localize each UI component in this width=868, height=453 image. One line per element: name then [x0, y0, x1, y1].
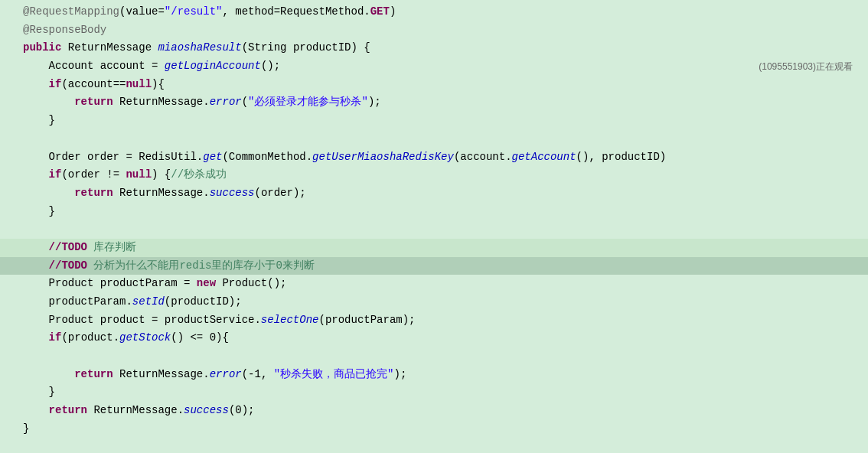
code-token: "必须登录才能参与秒杀"	[248, 94, 368, 111]
code-line	[0, 130, 868, 148]
code-token: ReturnMessage.	[113, 367, 210, 383]
code-token: error	[210, 367, 242, 383]
code-token: return	[74, 185, 113, 202]
code-token: GET	[370, 4, 390, 21]
code-token: ReturnMessage.	[87, 402, 184, 419]
code-token	[23, 402, 49, 419]
code-token: get	[203, 149, 222, 166]
code-token: public	[23, 40, 61, 57]
code-line: productParam.setId(productID);	[0, 293, 868, 311]
code-token: return	[74, 94, 113, 111]
code-token: Account account =	[23, 58, 165, 75]
code-line: }	[0, 203, 868, 221]
code-token: ){	[152, 77, 165, 93]
code-token: (product.	[61, 330, 119, 347]
code-line: Order order = RedisUtil.get(CommonMethod…	[0, 148, 868, 167]
code-token	[23, 330, 49, 347]
code-token: return	[74, 367, 113, 383]
code-editor: @RequestMapping(value="/result", method=…	[0, 0, 868, 453]
code-token: error	[210, 94, 242, 111]
code-token: (productParam);	[318, 312, 415, 329]
code-line: public ReturnMessage miaoshaResult(Strin…	[0, 39, 868, 57]
code-token: , method=RequestMethod.	[222, 4, 370, 21]
code-token: (value=	[119, 4, 165, 21]
code-token: (productID);	[165, 294, 242, 311]
code-line: return ReturnMessage.error("必须登录才能参与秒杀")…	[0, 93, 868, 112]
code-token: "秒杀失败，商品已抢完"	[274, 367, 394, 383]
code-token: null	[126, 77, 152, 93]
code-token	[23, 77, 49, 93]
code-line: @RequestMapping(value="/result", method=…	[0, 3, 868, 21]
code-line: if(order != null) {//秒杀成功	[0, 166, 868, 184]
code-token: (account==	[61, 77, 126, 93]
code-token: "/result"	[165, 4, 223, 21]
code-token: productParam.	[23, 294, 132, 311]
code-line	[0, 347, 868, 366]
code-token: (CommonMethod.	[222, 149, 312, 166]
code-token: ReturnMessage	[61, 40, 158, 57]
code-token: (account.	[454, 149, 512, 166]
code-token: getLoginAccount	[165, 58, 261, 75]
code-token: );	[368, 94, 381, 111]
code-token: selectOne	[261, 312, 319, 329]
code-token: //TODO	[49, 240, 87, 256]
code-token: 库存判断	[87, 240, 136, 256]
code-token	[23, 258, 49, 275]
code-line: return ReturnMessage.error(-1, "秒杀失败，商品已…	[0, 366, 868, 384]
code-line: //TODO 分析为什么不能用redis里的库存小于0来判断	[0, 257, 868, 275]
code-token: getUserMiaoshaRedisKey	[312, 149, 454, 166]
code-token	[23, 94, 74, 111]
code-token	[23, 367, 74, 383]
code-token: success	[210, 185, 255, 202]
code-token: ();	[261, 58, 280, 75]
code-token: (order);	[254, 185, 305, 202]
code-token: new	[197, 275, 216, 292]
code-line: Product productParam = new Product();	[0, 275, 868, 293]
code-token: if	[49, 167, 62, 184]
code-token: 分析为什么不能用redis里的库存小于0来判断	[87, 258, 315, 275]
code-token: Product productParam =	[23, 275, 197, 292]
code-token: miaoshaResult	[158, 40, 241, 57]
code-token: () <= 0){	[171, 330, 229, 347]
code-token: }	[23, 421, 29, 438]
code-token: ReturnMessage.	[113, 94, 210, 111]
code-token	[23, 167, 49, 184]
code-token: return	[49, 402, 87, 419]
code-token: (String productID) {	[242, 40, 370, 57]
code-token: if	[49, 77, 62, 93]
code-token: (	[242, 94, 248, 111]
code-token	[23, 240, 49, 256]
code-token: //TODO	[49, 258, 87, 275]
code-line: }	[0, 383, 868, 402]
code-token: ReturnMessage.	[113, 185, 210, 202]
code-line: if(product.getStock() <= 0){	[0, 329, 868, 347]
code-token: getAccount	[512, 149, 576, 166]
code-token: (), productID)	[576, 149, 667, 166]
code-token: //秒杀成功	[171, 167, 227, 184]
code-token: ) {	[152, 167, 171, 184]
code-token: (-1,	[242, 367, 274, 383]
code-token: );	[394, 367, 407, 383]
code-token: if	[49, 330, 62, 347]
code-line: }	[0, 112, 868, 130]
code-token: setId	[132, 294, 165, 311]
code-line: Account account = getLoginAccount();(109…	[0, 57, 868, 76]
code-token: Product product = productService.	[23, 312, 261, 329]
live-viewer-badge: (1095551903)正在观看	[759, 60, 853, 74]
code-token: @RequestMapping	[23, 4, 119, 21]
code-token	[23, 185, 74, 202]
code-token: Order order = RedisUtil.	[23, 149, 203, 166]
code-token: }	[23, 112, 55, 129]
code-token: Product();	[216, 275, 286, 292]
code-line: return ReturnMessage.success(order);	[0, 184, 868, 203]
code-line: if(account==null){	[0, 76, 868, 94]
code-line	[0, 438, 868, 454]
code-token: getStock	[119, 330, 171, 347]
code-token: (order !=	[61, 167, 126, 184]
code-line: @ResponseBody	[0, 21, 868, 40]
code-line	[0, 220, 868, 239]
code-line: Product product = productService.selectO…	[0, 311, 868, 330]
code-token: (0);	[229, 402, 255, 419]
code-token: @ResponseBody	[23, 22, 106, 39]
code-line: return ReturnMessage.success(0);	[0, 402, 868, 420]
